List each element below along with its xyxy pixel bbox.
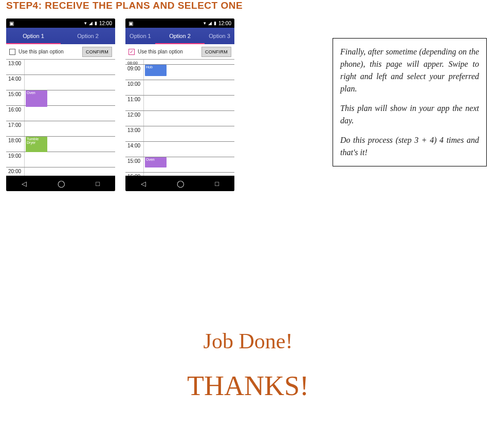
android-navbar: ◁ ◯ □ [6, 176, 115, 191]
use-plan-checkbox[interactable]: ✓ [128, 49, 135, 55]
thanks-text: THANKS! [0, 370, 496, 402]
phone-screenshot-option1: ▣ ▾ ◢ ▮ 12:00 Option 1 Option 2 Use this… [6, 18, 115, 191]
hour-row: 13:00 [125, 126, 234, 142]
hour-cell [25, 106, 115, 121]
hour-cell: Tumble Dryer [25, 137, 115, 152]
hour-row: 15:00Oven [6, 90, 115, 106]
hour-row: 20:00 [6, 167, 115, 176]
calendar-event[interactable]: Oven [145, 157, 167, 167]
signal-icon: ◢ [208, 21, 212, 26]
hour-label: 09:00 [125, 65, 144, 80]
home-icon[interactable]: ◯ [177, 180, 185, 188]
tab-option2[interactable]: Option 2 [61, 28, 115, 44]
hour-label: 11:00 [125, 96, 144, 110]
hour-row: 09:00Hob [125, 65, 234, 80]
plan-tabs: Option 1 Option 2 [6, 28, 115, 44]
hour-row: 11:00 [125, 96, 234, 111]
hour-label: 12:00 [125, 111, 144, 126]
job-done-text: Job Done! [0, 329, 496, 353]
calendar-event[interactable]: Hob [145, 65, 167, 76]
hour-label: 17:00 [6, 121, 25, 136]
tab-option3[interactable]: Option 3 [205, 28, 234, 44]
plan-toolbar: ✓ Use this plan option CONFIRM [125, 44, 234, 60]
hour-cell [25, 152, 115, 167]
use-plan-checkbox[interactable] [9, 49, 15, 55]
hour-row: 18:00Tumble Dryer [6, 137, 115, 152]
hour-cell [144, 60, 234, 64]
hour-row: 16:00 [125, 173, 234, 176]
instruction-p3: Do this process (step 3 + 4) 4 times and… [340, 134, 479, 159]
status-bar: ▣ ▾ ◢ ▮ 12:00 [6, 18, 115, 28]
hour-row: 10:00 [125, 80, 234, 96]
hour-cell [144, 126, 234, 141]
hour-label: 14:00 [6, 75, 25, 90]
hour-row: 16:00 [6, 106, 115, 121]
hour-row: 15:00Oven [125, 157, 234, 173]
hour-label: 19:00 [6, 152, 25, 167]
hour-cell: Hob [144, 65, 234, 80]
image-icon: ▣ [128, 21, 133, 26]
hour-cell [144, 111, 234, 126]
android-navbar: ◁ ◯ □ [125, 176, 234, 191]
hour-cell [25, 75, 115, 90]
hour-label: 18:00 [6, 137, 25, 152]
wifi-icon: ▾ [204, 21, 206, 26]
signal-icon: ◢ [89, 21, 93, 26]
schedule-grid[interactable]: 13:0014:0015:00Oven16:0017:0018:00Tumble… [6, 60, 115, 176]
hour-label: 10:00 [125, 80, 144, 95]
step-heading: STEP4: RECEIVE THE PLANS AND SELECT ONE [0, 0, 496, 18]
calendar-event[interactable]: Oven [26, 90, 47, 107]
hour-label: 15:00 [6, 90, 25, 105]
status-bar: ▣ ▾ ◢ ▮ 12:00 [125, 18, 234, 28]
confirm-button[interactable]: CONFIRM [82, 47, 112, 57]
confirm-button[interactable]: CONFIRM [201, 47, 231, 57]
hour-cell [25, 60, 115, 74]
hour-row-partial: 08:00 [125, 60, 234, 65]
tab-option2[interactable]: Option 2 [155, 28, 205, 44]
hour-row: 19:00 [6, 152, 115, 167]
hour-cell [25, 167, 115, 176]
hour-cell [25, 121, 115, 136]
tab-option1[interactable]: Option 1 [125, 28, 155, 44]
back-icon[interactable]: ◁ [22, 180, 27, 188]
hour-row: 14:00 [125, 142, 234, 157]
hour-label: 20:00 [6, 167, 25, 176]
use-plan-label: Use this plan option [19, 49, 79, 54]
calendar-event[interactable]: Tumble Dryer [26, 137, 47, 152]
hour-cell: Oven [144, 157, 234, 172]
recent-icon[interactable]: □ [96, 180, 100, 188]
back-icon[interactable]: ◁ [141, 180, 146, 188]
hour-label: 16:00 [125, 173, 144, 176]
hour-cell [144, 80, 234, 95]
instruction-box: Finally, after sometime (depending on th… [333, 38, 487, 166]
instruction-p2: This plan will show in your app the next… [340, 102, 479, 127]
hour-row: 14:00 [6, 75, 115, 90]
status-time: 12:00 [218, 21, 231, 26]
plan-toolbar: Use this plan option CONFIRM [6, 44, 115, 60]
hour-cell [144, 142, 234, 157]
home-icon[interactable]: ◯ [58, 180, 65, 188]
hour-label: 16:00 [6, 106, 25, 121]
instruction-p1: Finally, after sometime (depending on th… [340, 46, 479, 95]
status-time: 12:00 [99, 21, 112, 26]
tab-option1[interactable]: Option 1 [6, 28, 61, 44]
hour-cell [144, 173, 234, 176]
image-icon: ▣ [9, 21, 14, 26]
wifi-icon: ▾ [84, 21, 87, 26]
hour-label: 13:00 [6, 60, 25, 74]
hour-label: 14:00 [125, 142, 144, 157]
hour-label: 13:00 [125, 126, 144, 141]
recent-icon[interactable]: □ [215, 180, 219, 188]
phone-screenshot-option2: ▣ ▾ ◢ ▮ 12:00 Option 1 Option 2 Option 3… [125, 18, 234, 191]
hour-cell: Oven [25, 90, 115, 105]
hour-label: 08:00 [125, 60, 144, 64]
content-row: ▣ ▾ ◢ ▮ 12:00 Option 1 Option 2 Use this… [0, 18, 496, 191]
hour-row: 13:00 [6, 60, 115, 75]
schedule-grid[interactable]: 08:0009:00Hob10:0011:0012:0013:0014:0015… [125, 60, 234, 176]
hour-cell [144, 96, 234, 110]
hour-row: 12:00 [125, 111, 234, 126]
use-plan-label: Use this plan option [138, 49, 198, 54]
hour-label: 15:00 [125, 157, 144, 172]
plan-tabs: Option 1 Option 2 Option 3 [125, 28, 234, 44]
battery-icon: ▮ [214, 21, 216, 26]
